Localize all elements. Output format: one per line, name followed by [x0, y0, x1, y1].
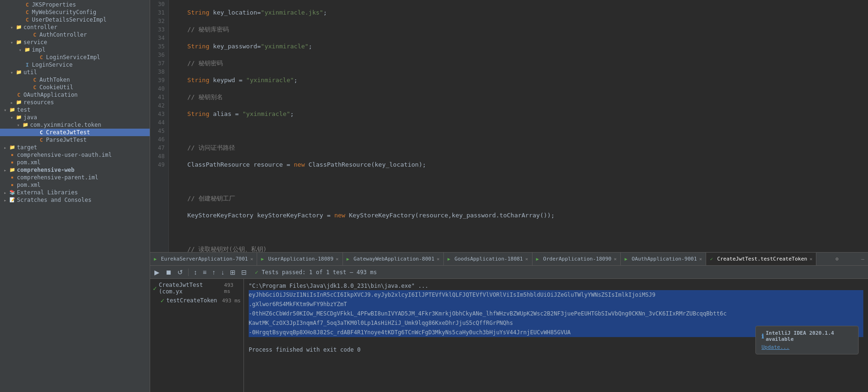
sidebar-label: UserDetailsServiceImpl: [32, 16, 150, 23]
sidebar-item-scratches[interactable]: ▸ 📝 Scratches and Consoles: [0, 196, 150, 204]
sidebar-label: LoginService: [32, 61, 150, 68]
iml-icon: ▪: [8, 175, 16, 180]
run-icon: ▶: [347, 256, 352, 262]
stop-button[interactable]: ⏹: [164, 269, 173, 276]
sidebar-label: pom.xml: [17, 182, 150, 188]
restore-button[interactable]: ↺: [176, 269, 184, 276]
sidebar-item-controller[interactable]: ▾ 📁 controller: [0, 23, 150, 31]
output-line-0: "C:\Program Files\Java\jdk1.8.0_231\bin\…: [249, 282, 863, 290]
folder-icon: 📁: [15, 39, 23, 45]
settings-button[interactable]: ⚙: [832, 256, 843, 262]
sidebar-item-oauthapp[interactable]: C OAuthApplication: [0, 91, 150, 99]
run-tree-item-createjwttest[interactable]: ✓ CreateJwtTest (com.yx 493 ms: [150, 281, 244, 296]
sidebar-item-impl[interactable]: ▾ 📁 impl: [0, 46, 150, 54]
sidebar-item-authtoken[interactable]: C AuthToken: [0, 76, 150, 84]
sidebar-item-comyxmiracle[interactable]: ▾ 📁 com.yxinmiracle.token: [0, 121, 150, 129]
pom-icon: ▪: [8, 182, 16, 188]
run-tree-item-testcreatetoken[interactable]: ✓ testCreateToken 493 ms: [150, 296, 244, 305]
run-panel: ▶ ⏹ ↺ ↕ ≡ ↑ ↓ ⊞ ⊟ ✓ Tests passed: 1 of 1…: [150, 265, 868, 392]
code-line-41: // 创建秘钥工厂: [173, 194, 864, 203]
code-line-33: // 秘钥密码: [173, 59, 864, 68]
folder-icon: 📁: [8, 107, 16, 113]
sidebar-label: controller: [23, 24, 150, 31]
java-class-icon: C: [31, 32, 38, 38]
sidebar-item-comprehensive-parent[interactable]: ▪ comprehensive-parent.iml: [0, 174, 150, 181]
tab-label: OAuthApplication-9001: [632, 256, 697, 262]
sidebar-item-java[interactable]: ▾ 📁 java: [0, 114, 150, 121]
close-icon[interactable]: ✕: [250, 256, 253, 261]
expand-button[interactable]: ⊞: [228, 269, 237, 276]
sidebar-item-pom1[interactable]: ▪ pom.xml: [0, 159, 150, 166]
sidebar-item-loginservice[interactable]: I LoginService: [0, 61, 150, 69]
sidebar-label: OAuthApplication: [23, 92, 150, 98]
tab-order[interactable]: ▶ OrderApplication-18090 ✕: [533, 253, 621, 266]
arrow-cw: ▸: [2, 168, 8, 173]
scratches-icon: 📝: [8, 197, 16, 203]
close-icon[interactable]: ✕: [809, 256, 812, 261]
code-line-35: // 秘钥别名: [173, 93, 864, 101]
folder-icon: 📁: [15, 69, 23, 75]
run-tree-label: testCreateToken: [166, 297, 217, 304]
tab-goods[interactable]: ▶ GoodsApplication-18081 ✕: [444, 253, 533, 266]
sidebar-item-service[interactable]: ▾ 📁 service: [0, 38, 150, 46]
sidebar-item-test[interactable]: ▾ 📁 test: [0, 106, 150, 114]
close-icon[interactable]: ✕: [437, 256, 440, 261]
close-icon[interactable]: ✕: [614, 256, 617, 261]
tab-label: OrderApplication-18090: [543, 256, 612, 262]
rerun-button[interactable]: ▶: [153, 269, 161, 276]
tab-gateway[interactable]: ▶ GatewayWebApplication-8001 ✕: [343, 253, 444, 266]
close-icon[interactable]: ✕: [336, 256, 339, 261]
sidebar-item-comprehensive-web[interactable]: ▸ 📁 comprehensive-web: [0, 166, 150, 174]
sidebar-item-comprehensive-user[interactable]: ▪ comprehensive-user-oauth.iml: [0, 151, 150, 159]
run-tree-label: CreateJwtTest (com.yx: [159, 282, 222, 295]
tab-createjwt[interactable]: ✓ CreateJwtTest.testCreateToken ✕: [706, 253, 816, 266]
collapse-button[interactable]: ⊟: [240, 269, 248, 276]
sidebar-item-createjwttest[interactable]: C CreateJwtTest: [0, 129, 150, 136]
sort-button[interactable]: ↕: [192, 269, 198, 276]
notification-update-link[interactable]: Update...: [761, 344, 790, 350]
sidebar-label: comprehensive-parent.iml: [17, 174, 150, 181]
sidebar-item-mywebsecurity[interactable]: C MyWebSecurityConfig: [0, 8, 150, 16]
sidebar-label: java: [23, 114, 150, 121]
tab-label: GoodsApplication-18081: [455, 256, 523, 262]
sidebar-item-userdetails[interactable]: C UserDetailsServiceImpl: [0, 16, 150, 23]
sidebar-item-extlibs[interactable]: ▸ 📚 External Libraries: [0, 189, 150, 196]
tab-eureka[interactable]: ▶ EurekaServerApplication-7001 ✕: [150, 253, 257, 266]
sidebar-label: test: [17, 107, 150, 113]
up-button[interactable]: ↑: [211, 269, 217, 276]
sidebar-item-resources[interactable]: ▸ 📁 resources: [0, 99, 150, 106]
java-interface-icon: I: [23, 62, 31, 68]
code-line-39: ClassPathResource resource = new ClassPa…: [173, 161, 864, 169]
folder-icon: 📁: [22, 122, 29, 128]
line-numbers: 30 31 32 33 34 35 36 37 38 39 40 41 42 4…: [150, 0, 169, 252]
java-class-icon: C: [38, 130, 45, 135]
notification-box: ℹ IntelliJ IDEA 2020.1.4 available Updat…: [755, 326, 859, 354]
main-area: C JKSProperties C MyWebSecurityConfig C …: [0, 0, 868, 392]
list-button[interactable]: ≡: [201, 269, 208, 276]
window-settings-button[interactable]: —: [857, 256, 868, 262]
sidebar-label: MyWebSecurityConfig: [32, 9, 150, 15]
run-icon: ▶: [154, 256, 160, 262]
sidebar: C JKSProperties C MyWebSecurityConfig C …: [0, 0, 150, 392]
tab-label: CreateJwtTest.testCreateToken: [717, 256, 807, 262]
sidebar-item-cookieutil[interactable]: C CookieUtil: [0, 84, 150, 91]
sidebar-item-target[interactable]: ▸ 📁 target: [0, 144, 150, 151]
sidebar-item-loginserviceimpl[interactable]: C LoginServiceImpl: [0, 54, 150, 61]
code-line-30: String key_location="yxinmiracle.jks";: [173, 8, 864, 17]
close-icon[interactable]: ✕: [699, 256, 702, 261]
sidebar-label: CookieUtil: [39, 84, 150, 91]
sidebar-item-pom2[interactable]: ▪ pom.xml: [0, 181, 150, 189]
code-line-43: [173, 228, 864, 237]
java-class-icon: C: [23, 17, 31, 23]
arrow-controller: ▾: [8, 25, 15, 30]
sidebar-item-authcontroller[interactable]: C AuthController: [0, 31, 150, 38]
close-icon[interactable]: ✕: [525, 256, 528, 261]
sidebar-item-parsejwttest[interactable]: C ParseJwtTest: [0, 136, 150, 144]
sidebar-label: service: [23, 39, 150, 46]
tab-oauth[interactable]: ▶ OAuthApplication-9001 ✕: [621, 253, 706, 266]
down-button[interactable]: ↓: [220, 269, 226, 276]
sidebar-label: LoginServiceImpl: [46, 54, 150, 61]
sidebar-item-util[interactable]: ▾ 📁 util: [0, 69, 150, 76]
sidebar-item-jks[interactable]: C JKSProperties: [0, 1, 150, 8]
tab-user[interactable]: ▶ UserApplication-18089 ✕: [257, 253, 343, 266]
